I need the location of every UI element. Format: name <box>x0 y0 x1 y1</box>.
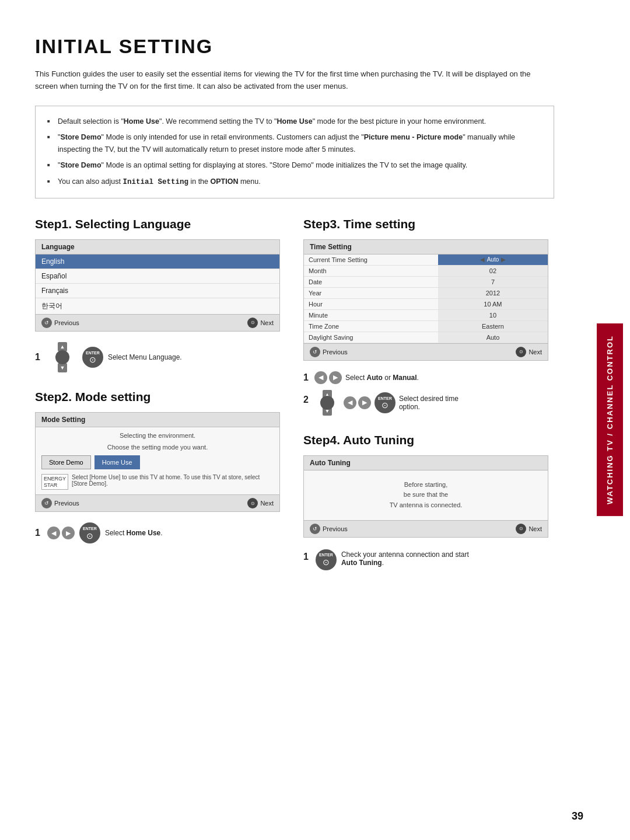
step4-remote-row: 1 ENTER ⊙ Check your antenna connection … <box>303 548 548 570</box>
previous-icon: ↺ <box>41 318 52 328</box>
time-panel-header: Time Setting <box>304 240 548 255</box>
step3-lr-dpad: ◀ ▶ <box>314 371 342 384</box>
time-row-date: Date 7 <box>304 276 548 287</box>
mode-description-1: Selecting the environment. <box>41 432 274 439</box>
lang-espanol[interactable]: Español <box>36 269 279 284</box>
step3-dpad-center <box>320 396 334 410</box>
step1-section: Step1. Selecting Language Language Engli… <box>35 217 280 372</box>
hour-label: Hour <box>304 298 438 309</box>
store-demo-button[interactable]: Store Demo <box>41 455 91 469</box>
language-panel: Language English Español Français 한국어 ↺ … <box>35 239 280 332</box>
step3-left-arrow: ◀ <box>314 371 327 384</box>
mode-next-btn[interactable]: ⊙ Next <box>247 498 274 508</box>
dpad-center <box>55 350 69 364</box>
auto-previous-label: Previous <box>323 525 348 532</box>
step3-number-1: 1 <box>303 372 309 383</box>
previous-label: Previous <box>54 319 79 326</box>
mode-panel-footer: ↺ Previous ⊙ Next <box>36 494 279 511</box>
daylight-value: Auto <box>438 332 548 343</box>
step3-right-arrow: ▶ <box>329 371 342 384</box>
lang-korean[interactable]: 한국어 <box>36 298 279 314</box>
step1-dpad: ▲ ▼ <box>47 342 78 372</box>
step4-instruction: Check your antenna connection and startA… <box>341 548 469 567</box>
time-previous-icon: ↺ <box>310 347 320 357</box>
next-btn[interactable]: ⊙ Next <box>247 318 274 328</box>
lang-english[interactable]: English <box>36 255 279 269</box>
time-row-year: Year 2012 <box>304 287 548 298</box>
time-nav-right: ▶ <box>501 256 506 263</box>
step4-enter-dot: ⊙ <box>323 558 330 566</box>
daylight-label: Daylight Saving <box>304 332 438 343</box>
auto-next-icon: ⊙ <box>516 524 526 534</box>
mode-panel-header: Mode Setting <box>36 413 279 427</box>
month-value: 02 <box>438 265 548 276</box>
step2-number: 1 <box>35 528 40 538</box>
sidebar-tab: WATCHING TV / CHANNEL CONTROL <box>597 323 623 516</box>
mode-next-icon: ⊙ <box>247 498 258 508</box>
step1-number: 1 <box>35 352 40 363</box>
time-previous-btn[interactable]: ↺ Previous <box>310 347 348 357</box>
sidebar: WATCHING TV / CHANNEL CONTROL <box>589 0 630 840</box>
step3-left-arrow-2: ◀ <box>344 396 356 409</box>
step4-title: Step4. Auto Tuning <box>303 433 548 447</box>
time-next-label: Next <box>528 348 542 355</box>
info-bullet-3: "Store Demo" Mode is an optimal setting … <box>47 159 542 172</box>
step4-enter-button: ENTER ⊙ <box>316 549 337 570</box>
language-panel-header: Language <box>36 240 279 255</box>
time-row-minute: Minute 10 <box>304 309 548 320</box>
info-bullet-4: You can also adjust Initial Setting in t… <box>47 176 542 189</box>
energy-star-badge: ENERGYSTAR <box>41 474 68 490</box>
time-row-hour: Hour 10 AM <box>304 298 548 309</box>
step3-right-arrow-2: ▶ <box>358 396 371 409</box>
step4-number: 1 <box>303 548 309 562</box>
current-time-setting: Auto <box>487 256 499 263</box>
time-table: Current Time Setting ◀ Auto ▶ <box>304 255 548 343</box>
hour-value: 10 AM <box>438 298 548 309</box>
step4-section: Step4. Auto Tuning Auto Tuning Before st… <box>303 433 548 570</box>
step3-dpad: ▲ ▼ <box>314 390 340 416</box>
time-panel-footer: ↺ Previous ⊙ Next <box>304 343 548 360</box>
date-label: Date <box>304 276 438 287</box>
next-label: Next <box>260 319 274 326</box>
time-next-icon: ⊙ <box>516 347 526 357</box>
year-value: 2012 <box>438 287 548 298</box>
info-bullet-2: "Store Demo" Mode is only intended for u… <box>47 131 542 156</box>
month-label: Month <box>304 265 438 276</box>
auto-next-btn[interactable]: ⊙ Next <box>516 524 542 534</box>
intro-text: This Function guides the user to easily … <box>35 68 554 93</box>
step2-enter-dot: ⊙ <box>86 532 93 540</box>
step3-enter-button: ENTER ⊙ <box>374 392 396 413</box>
step2-enter-button: ENTER ⊙ <box>79 522 100 543</box>
step1-enter-button: ENTER ⊙ <box>82 347 103 368</box>
auto-tuning-line2: be sure that the <box>404 491 448 498</box>
step3-enter-dot: ⊙ <box>382 401 388 409</box>
page-title: INITIAL SETTING <box>35 35 554 58</box>
mode-previous-btn[interactable]: ↺ Previous <box>41 498 79 508</box>
step2-instruction: Select Home Use. <box>105 529 163 537</box>
page-number: 39 <box>572 810 583 822</box>
language-panel-footer: ↺ Previous ⊙ Next <box>36 314 279 331</box>
step1-instruction: Select Menu Language. <box>108 353 182 361</box>
time-row-current: Current Time Setting ◀ Auto ▶ <box>304 255 548 266</box>
step2-remote-group: 1 ◀ ▶ ENTER ⊙ Select Home Use. <box>35 522 280 543</box>
auto-previous-btn[interactable]: ↺ Previous <box>310 524 348 534</box>
auto-tuning-panel: Auto Tuning Before starting, be sure tha… <box>303 455 548 538</box>
mode-previous-icon: ↺ <box>41 498 52 508</box>
language-list[interactable]: English Español Français 한국어 <box>36 255 279 314</box>
previous-btn[interactable]: ↺ Previous <box>41 318 79 328</box>
step3-remote-row-2: 2 ▲ ▼ ◀ ▶ ENTER <box>303 390 548 416</box>
info-box: Default selection is "Home Use". We reco… <box>35 106 554 198</box>
time-previous-label: Previous <box>323 348 348 355</box>
mode-panel: Mode Setting Selecting the environment. … <box>35 412 280 513</box>
auto-tuning-line3: TV antenna is connected. <box>390 501 463 508</box>
next-icon: ⊙ <box>247 318 258 328</box>
info-bullet-1: Default selection is "Home Use". We reco… <box>47 116 542 128</box>
date-value: 7 <box>438 276 548 287</box>
auto-tuning-footer: ↺ Previous ⊙ Next <box>304 520 548 537</box>
mode-previous-label: Previous <box>54 500 79 507</box>
time-next-btn[interactable]: ⊙ Next <box>516 347 542 357</box>
home-use-button[interactable]: Home Use <box>94 455 140 469</box>
mode-panel-body: Selecting the environment. Choose the se… <box>36 427 279 495</box>
lang-francais[interactable]: Français <box>36 284 279 298</box>
mode-next-label: Next <box>260 500 274 507</box>
